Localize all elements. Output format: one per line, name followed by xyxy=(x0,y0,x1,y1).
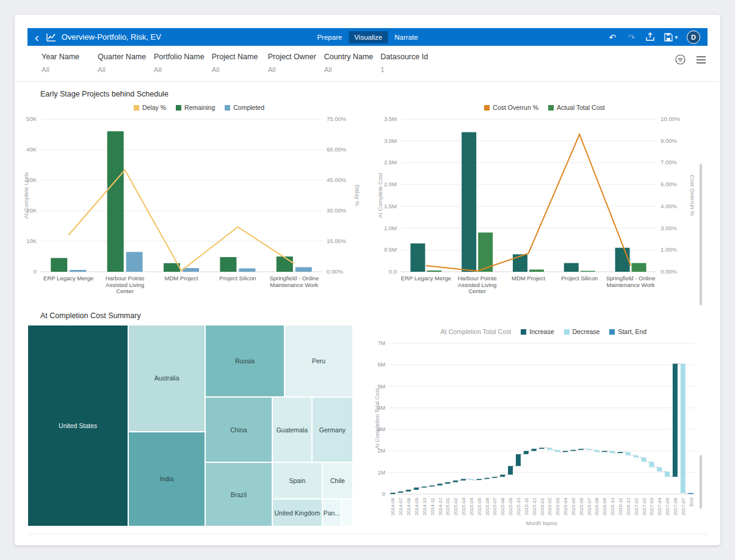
waterfall-bar[interactable] xyxy=(587,449,592,450)
waterfall-bar[interactable] xyxy=(398,492,403,493)
legend-item-remaining[interactable]: Remaining xyxy=(176,104,215,111)
waterfall-bar[interactable] xyxy=(547,448,552,450)
waterfall-bar[interactable] xyxy=(563,451,568,452)
waterfall-bar[interactable] xyxy=(430,485,435,487)
waterfall-bar[interactable] xyxy=(681,364,686,493)
waterfall-bar[interactable] xyxy=(689,493,693,494)
waterfall-bar[interactable] xyxy=(602,451,607,452)
tab-visualize[interactable]: Visualize xyxy=(349,31,388,43)
combo-chart-cost[interactable]: 0.00.00%0.5M1.00%1.0M3.00%1.5M4.00%2.0M6… xyxy=(376,114,713,304)
avatar[interactable]: D xyxy=(687,31,700,44)
filter-country-name[interactable]: Country Name All xyxy=(324,53,374,73)
waterfall-bar[interactable] xyxy=(665,471,670,477)
bar-actual-total-cost[interactable] xyxy=(529,269,544,272)
waterfall-bar[interactable] xyxy=(579,449,584,450)
waterfall-bar[interactable] xyxy=(445,482,450,484)
bar-remaining[interactable] xyxy=(277,256,293,272)
legend-item-increase[interactable]: Increase xyxy=(521,328,554,335)
waterfall-bar[interactable] xyxy=(555,450,560,453)
filter-project-owner[interactable]: Project Owner All xyxy=(268,53,317,73)
waterfall-bar[interactable] xyxy=(414,487,419,490)
treemap-tile-india[interactable]: India xyxy=(128,432,205,526)
waterfall-bar[interactable] xyxy=(422,487,427,488)
treemap-tile-guatemala[interactable]: Guatemala xyxy=(272,397,312,462)
bar-at-complete-cost[interactable] xyxy=(513,254,527,272)
bar-actual-total-cost[interactable] xyxy=(581,271,595,272)
bar-remaining[interactable] xyxy=(107,131,124,272)
filter-datasource-id[interactable]: Datasource Id 1 xyxy=(380,53,429,73)
waterfall-bar[interactable] xyxy=(500,475,505,477)
legend-item-cost-overrun[interactable]: Cost Overrun % xyxy=(484,104,538,111)
treemap-tile-spain[interactable]: Spain xyxy=(272,462,322,499)
waterfall-bar[interactable] xyxy=(390,493,395,494)
bar-completed[interactable] xyxy=(70,270,86,272)
waterfall-bar[interactable] xyxy=(516,454,521,466)
save-button[interactable]: ▾ xyxy=(664,33,678,42)
waterfall-bar[interactable] xyxy=(618,452,623,453)
waterfall-bar[interactable] xyxy=(492,477,497,478)
treemap-tile-germany[interactable]: Germany xyxy=(312,397,353,462)
tab-prepare[interactable]: Prepare xyxy=(311,31,347,43)
filter-quarter-name[interactable]: Quarter Name All xyxy=(98,53,147,73)
bar-at-complete-cost[interactable] xyxy=(410,244,425,272)
line-delay[interactable] xyxy=(68,170,294,271)
legend-item-completed[interactable]: Completed xyxy=(225,104,264,111)
combo-chart-schedule[interactable]: 00.00%10K15.00%20K30.00%30K45.00%40K60.0… xyxy=(22,114,376,304)
bar-remaining[interactable] xyxy=(220,257,236,272)
undo-icon[interactable]: ↶ xyxy=(607,32,617,43)
redo-icon[interactable]: ↷ xyxy=(626,32,636,43)
waterfall-bar[interactable] xyxy=(657,467,662,471)
treemap-tile-peru[interactable]: Peru xyxy=(284,325,353,397)
save-caret-icon[interactable]: ▾ xyxy=(675,34,678,40)
bar-remaining[interactable] xyxy=(51,258,67,272)
line-cost-overrun[interactable] xyxy=(426,134,631,271)
country-treemap[interactable]: United StatesAustraliaIndiaRussiaPeruChi… xyxy=(27,325,353,526)
waterfall-bar[interactable] xyxy=(469,479,474,480)
waterfall-bar[interactable] xyxy=(626,452,631,455)
tab-narrate[interactable]: Narrate xyxy=(389,31,423,43)
treemap-tile-united-kingdom[interactable]: United Kingdom xyxy=(272,499,322,526)
bar-at-complete-cost[interactable] xyxy=(615,248,630,272)
waterfall-bar[interactable] xyxy=(634,455,639,457)
bar-actual-total-cost[interactable] xyxy=(427,271,441,272)
waterfall-bar[interactable] xyxy=(594,450,599,453)
treemap-tile-australia[interactable]: Australia xyxy=(128,325,205,432)
filter-year-name[interactable]: Year Name All xyxy=(42,53,90,73)
waterfall-bar[interactable] xyxy=(649,462,654,467)
bar-at-complete-cost[interactable] xyxy=(564,263,579,272)
waterfall-bar[interactable] xyxy=(406,490,411,492)
scrollbar-thumb[interactable] xyxy=(700,455,702,509)
waterfall-bar[interactable] xyxy=(477,479,482,480)
waterfall-bar[interactable] xyxy=(485,478,490,479)
treemap-tile-chile[interactable]: Chile xyxy=(322,462,353,499)
legend-item-decrease[interactable]: Decrease xyxy=(564,328,600,335)
menu-icon[interactable] xyxy=(697,56,706,64)
treemap-tile-pan[interactable]: Pan... xyxy=(322,499,341,526)
waterfall-bar[interactable] xyxy=(461,479,466,480)
legend-item-delay[interactable]: Delay % xyxy=(134,104,166,111)
share-icon[interactable] xyxy=(645,32,655,43)
treemap-tile-russia[interactable]: Russia xyxy=(205,325,284,397)
bar-completed[interactable] xyxy=(239,269,255,272)
waterfall-bar[interactable] xyxy=(524,451,529,454)
waterfall-bar[interactable] xyxy=(610,451,615,453)
treemap-tile-brazil[interactable]: Brazil xyxy=(205,462,272,526)
treemap-tile[interactable] xyxy=(341,499,353,526)
treemap-tile-china[interactable]: China xyxy=(205,397,272,462)
bar-completed[interactable] xyxy=(295,267,312,272)
bar-at-complete-cost[interactable] xyxy=(462,132,476,272)
filter-portfolio-name[interactable]: Portfolio Name All xyxy=(154,53,205,73)
waterfall-bar[interactable] xyxy=(532,449,537,451)
waterfall-bar[interactable] xyxy=(571,450,576,451)
treemap-tile-united-states[interactable]: United States xyxy=(27,325,128,526)
back-button[interactable]: ‹ xyxy=(35,31,39,44)
legend-item-start-end[interactable]: Start, End xyxy=(609,328,646,335)
waterfall-bar[interactable] xyxy=(642,457,646,462)
filter-controls-icon[interactable] xyxy=(675,54,686,65)
waterfall-bar[interactable] xyxy=(673,364,678,477)
waterfall-chart[interactable]: 01M2M3M4M5M6M7M2014-062014-072014-082014… xyxy=(374,338,713,528)
waterfall-bar[interactable] xyxy=(508,466,513,475)
bar-completed[interactable] xyxy=(126,252,143,272)
waterfall-bar[interactable] xyxy=(540,448,545,449)
legend-item-actual-total-cost[interactable]: Actual Total Cost xyxy=(548,104,605,111)
